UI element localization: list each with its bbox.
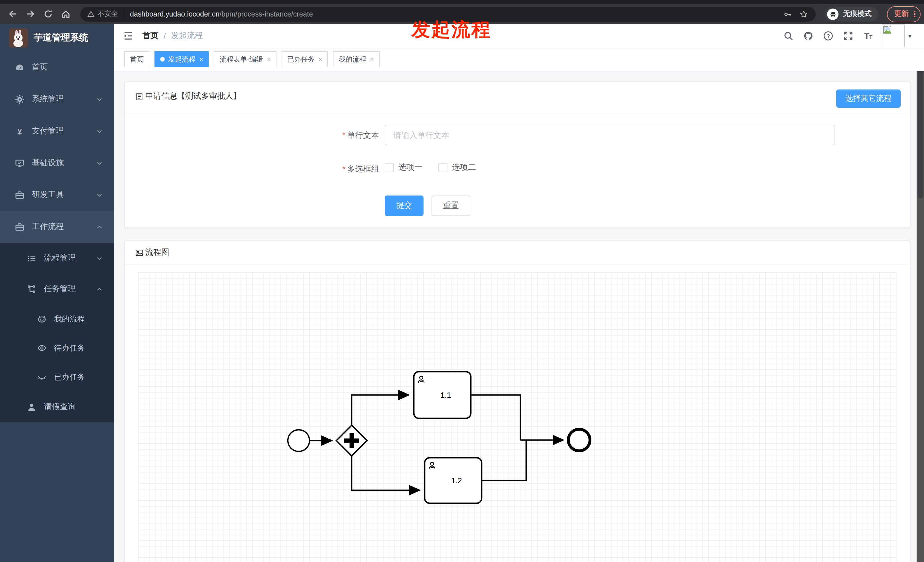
single-line-text-input[interactable] — [385, 125, 835, 145]
eye-icon — [37, 343, 47, 353]
reset-button[interactable]: 重置 — [432, 195, 470, 216]
browser-menu-icon[interactable] — [914, 10, 915, 17]
password-key-icon[interactable] — [784, 10, 792, 18]
annotation-text: 发起流程 — [411, 17, 491, 43]
avatar-caret-icon[interactable]: ▾ — [908, 32, 912, 40]
reload-icon[interactable] — [44, 9, 53, 19]
close-icon[interactable]: × — [370, 56, 374, 63]
tab-start-process[interactable]: 发起流程× — [154, 51, 209, 67]
sidebar-item-devtools[interactable]: 研发工具 — [0, 179, 114, 211]
tags-view-bar: 首页 发起流程× 流程表单-编辑× 已办任务× 我的流程× — [114, 48, 924, 71]
briefcase-icon — [15, 222, 24, 232]
fullscreen-icon[interactable] — [843, 31, 854, 41]
security-label[interactable]: 不安全 — [98, 9, 118, 19]
svg-text:T: T — [870, 34, 873, 40]
card-header: 流程图 — [125, 241, 910, 264]
yen-icon: ¥ — [15, 126, 24, 136]
choose-other-process-button[interactable]: 选择其它流程 — [836, 90, 901, 108]
bpmn-user-task-2[interactable]: 1.2 — [424, 458, 482, 503]
font-size-icon[interactable]: TT — [863, 31, 873, 41]
breadcrumb: 首页 / 发起流程 — [142, 31, 203, 41]
user-avatar[interactable] — [882, 24, 905, 47]
checkbox-group-label: *多选框组 — [250, 164, 379, 174]
page-scrollbar[interactable] — [916, 24, 924, 562]
sidebar-item-process-mgmt[interactable]: 流程管理 — [0, 243, 114, 274]
page-content: 申请信息【测试多审批人】 选择其它流程 *单行文本 *多选框组 选项一 选项二 … — [114, 71, 924, 562]
workflow-submenu: 流程管理 任务管理 我的流程 待办任务 — [0, 243, 114, 423]
main-area: 首页 / 发起流程 ? TT ▾ 首页 发起流程× 流程表单-编辑× — [114, 24, 924, 562]
bpmn-start-event[interactable] — [288, 430, 309, 451]
search-icon[interactable] — [783, 31, 794, 41]
eye-closed-icon — [37, 372, 47, 382]
document-icon — [135, 92, 144, 100]
checkbox-option-1[interactable]: 选项一 — [385, 162, 422, 173]
tab-home[interactable]: 首页 — [124, 51, 149, 67]
broken-image-icon — [883, 25, 892, 35]
github-icon[interactable] — [804, 31, 814, 41]
task-label: 1.2 — [451, 477, 462, 485]
flow-gateway-task1 — [352, 395, 409, 425]
svg-text:?: ? — [827, 33, 830, 39]
sidebar-item-leave-query[interactable]: 请假查询 — [0, 391, 114, 423]
forward-icon[interactable] — [26, 9, 35, 19]
tab-form-edit[interactable]: 流程表单-编辑× — [214, 51, 276, 67]
text-field-label: *单行文本 — [250, 130, 379, 141]
url-path[interactable]: /bpm/process-instance/create — [219, 10, 313, 18]
card-title: 流程图 — [146, 247, 169, 258]
app-logo[interactable]: 芋道管理系统 — [0, 24, 114, 51]
help-icon[interactable]: ? — [824, 31, 834, 41]
bookmark-star-icon[interactable] — [800, 10, 808, 18]
top-navbar: 首页 / 发起流程 ? TT ▾ — [114, 24, 924, 48]
toolbox-icon — [15, 190, 24, 200]
close-icon[interactable]: × — [267, 56, 271, 63]
active-dot — [160, 57, 165, 61]
chevron-down-icon — [96, 160, 103, 166]
sidebar-item-system[interactable]: 系统管理 — [0, 83, 114, 115]
bpmn-parallel-gateway[interactable] — [336, 425, 367, 456]
list-icon — [27, 253, 36, 263]
update-label[interactable]: 更新 — [894, 9, 909, 19]
bpmn-end-event[interactable] — [568, 429, 590, 451]
close-icon[interactable]: × — [200, 56, 203, 63]
close-icon[interactable]: × — [319, 56, 322, 63]
browser-update-button[interactable]: 更新 — [887, 6, 920, 22]
gauge-icon — [15, 62, 24, 72]
bpmn-canvas[interactable]: 1.1 1.2 — [138, 273, 897, 562]
submit-button[interactable]: 提交 — [385, 195, 423, 216]
back-icon[interactable] — [8, 9, 18, 19]
sidebar-item-my-process[interactable]: 我的流程 — [0, 304, 114, 333]
tab-my-process[interactable]: 我的流程× — [333, 51, 380, 67]
sidebar-item-payment[interactable]: ¥ 支付管理 — [0, 115, 114, 147]
card-title: 申请信息【测试多审批人】 — [146, 91, 241, 102]
sidebar-menu: 首页 系统管理 ¥ 支付管理 基础设施 — [0, 51, 114, 423]
flow-gateway-task2 — [352, 456, 420, 490]
process-diagram-card: 流程图 — [124, 241, 910, 562]
url-divider — [124, 10, 124, 18]
chevron-down-icon — [96, 96, 103, 102]
required-mark: * — [342, 130, 345, 139]
sidebar-item-todo-tasks[interactable]: 待办任务 — [0, 333, 114, 363]
card-header: 申请信息【测试多审批人】 选择其它流程 — [125, 82, 910, 114]
browser-tab-strip — [0, 0, 924, 4]
checkbox-icon[interactable] — [438, 163, 447, 172]
checkbox-icon[interactable] — [385, 163, 394, 172]
monitor-icon — [15, 158, 24, 168]
sidebar-item-workflow[interactable]: 工作流程 — [0, 211, 114, 243]
gear-icon — [15, 94, 24, 104]
sidebar-item-home[interactable]: 首页 — [0, 51, 114, 83]
breadcrumb-home[interactable]: 首页 — [142, 31, 159, 41]
sidebar-item-done-tasks[interactable]: 已办任务 — [0, 363, 114, 391]
sidebar-item-infra[interactable]: 基础设施 — [0, 147, 114, 179]
chevron-down-icon — [96, 192, 103, 198]
tab-done-tasks[interactable]: 已办任务× — [282, 51, 328, 67]
sidebar-collapse-icon[interactable] — [123, 31, 134, 41]
bpmn-user-task-1[interactable]: 1.1 — [414, 372, 471, 418]
breadcrumb-separator: / — [164, 31, 166, 40]
tree-icon — [27, 284, 36, 294]
required-mark: * — [342, 164, 345, 173]
home-icon[interactable] — [61, 9, 70, 19]
sidebar-item-task-mgmt[interactable]: 任务管理 — [0, 274, 114, 304]
checkbox-option-2[interactable]: 选项二 — [438, 162, 476, 173]
svg-text:¥: ¥ — [17, 127, 22, 136]
url-domain[interactable]: dashboard.yudao.iocoder.cn — [130, 10, 219, 18]
